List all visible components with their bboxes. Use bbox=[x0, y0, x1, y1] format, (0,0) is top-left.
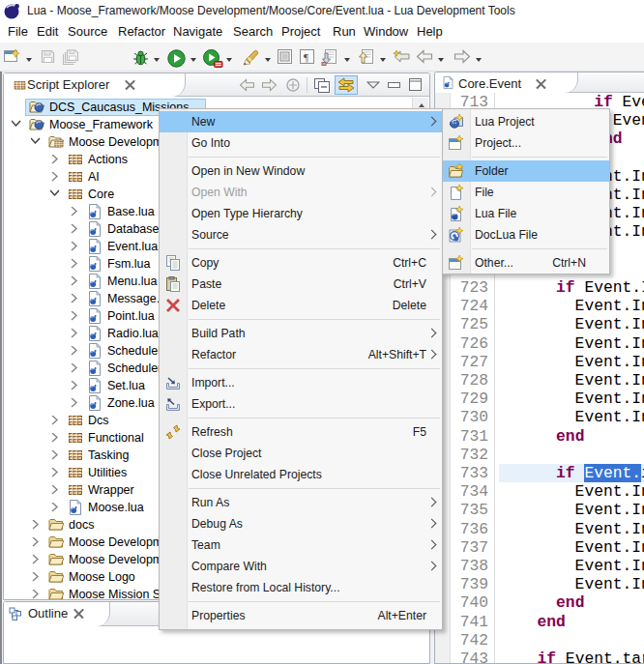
svg-text:¶: ¶ bbox=[304, 51, 308, 63]
